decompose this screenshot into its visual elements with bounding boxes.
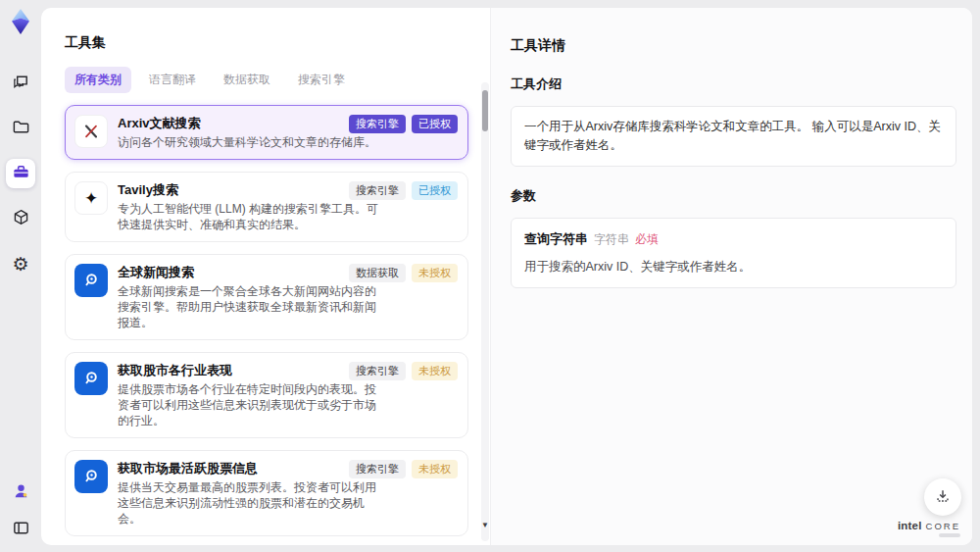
main-window: 工具集 所有类别语言翻译数据获取搜索引擎 Arxiv文献搜索 访问各个研究领域大… — [41, 8, 972, 545]
tool-description: 专为人工智能代理 (LLM) 构建的搜索引擎工具。可快速提供实时、准确和真实的结… — [118, 201, 382, 232]
tool-card-0[interactable]: Arxiv文献搜索 访问各个研究领域大量科学论文和文章的存储库。 搜索引擎已授权 — [65, 105, 468, 160]
tool-name: Tavily搜索 — [118, 181, 382, 198]
download-button[interactable] — [924, 478, 961, 516]
tool-card-4[interactable]: 获取市场最活跃股票信息 提供当天交易量最高的股票列表。投资者可以利用这些信息来识… — [65, 450, 468, 536]
list-scrollbar[interactable]: ▼ — [481, 82, 489, 541]
tool-card-1[interactable]: ✦ Tavily搜索 专为人工智能代理 (LLM) 构建的搜索引擎工具。可快速提… — [65, 172, 468, 242]
sidebar-item-settings[interactable]: ⚙ — [6, 249, 35, 278]
tool-badge: 未授权 — [412, 460, 458, 478]
tool-description: 提供股票市场各个行业在特定时间段内的表现。投资者可以利用这些信息来识别表现优于或… — [118, 381, 382, 428]
scrollbar-down-arrow[interactable]: ▼ — [481, 522, 489, 529]
tab-0[interactable]: 所有类别 — [65, 67, 131, 93]
folder-icon — [12, 118, 30, 139]
tool-badges: 搜索引擎未授权 — [349, 460, 458, 478]
sidebar: ⚙ — [0, 0, 41, 552]
tool-card-2[interactable]: 全球新闻搜索 全球新闻搜索是一个聚合全球各大新闻网站内容的搜索引擎。帮助用户快速… — [65, 254, 468, 340]
param-required-badge: 必填 — [635, 230, 659, 249]
category-tabs: 所有类别语言翻译数据获取搜索引擎 — [65, 67, 468, 93]
panel-toggle-button[interactable] — [6, 515, 35, 544]
app-logo-icon — [8, 8, 33, 35]
tool-description: 全球新闻搜索是一个聚合全球各大新闻网站内容的搜索引擎。帮助用户快速获取全球最新资… — [118, 283, 382, 330]
news-icon — [74, 264, 108, 297]
tool-body: 获取市场最活跃股票信息 提供当天交易量最高的股票列表。投资者可以利用这些信息来识… — [118, 460, 382, 527]
tavily-icon: ✦ — [74, 181, 108, 215]
tab-2[interactable]: 数据获取 — [214, 67, 280, 93]
tool-badge: 搜索引擎 — [349, 181, 406, 200]
tool-badge: 已授权 — [412, 181, 458, 200]
tool-badge: 未授权 — [412, 362, 458, 380]
tool-name: 获取市场最活跃股票信息 — [118, 460, 382, 477]
intro-box: 一个用于从Arxiv存储库搜索科学论文和文章的工具。 输入可以是Arxiv ID… — [511, 106, 956, 168]
tool-body: Tavily搜索 专为人工智能代理 (LLM) 构建的搜索引擎工具。可快速提供实… — [118, 181, 382, 232]
tool-badge: 搜索引擎 — [349, 460, 406, 478]
tool-badge: 已授权 — [412, 115, 458, 133]
tool-badge: 未授权 — [412, 264, 458, 282]
brand-intel-text: intel — [898, 520, 922, 531]
sidebar-item-package[interactable] — [6, 204, 35, 233]
sidebar-item-chat[interactable] — [6, 69, 35, 98]
tool-badges: 搜索引擎已授权 — [349, 181, 458, 200]
param-type: 字符串 — [594, 230, 629, 249]
tool-body: 获取股市各行业表现 提供股票市场各个行业在特定时间段内的表现。投资者可以利用这些… — [118, 362, 382, 428]
tool-name: 获取股市各行业表现 — [118, 362, 382, 378]
tool-detail-panel: 工具详情 工具介绍 一个用于从Arxiv存储库搜索科学论文和文章的工具。 输入可… — [490, 8, 972, 545]
sidebar-item-folder[interactable] — [6, 114, 35, 143]
tab-1[interactable]: 语言翻译 — [139, 67, 206, 93]
scrollbar-thumb[interactable] — [482, 90, 488, 131]
param-description: 用于搜索的Arxiv ID、关键字或作者姓名。 — [524, 258, 943, 276]
brand-core-text: CORE — [926, 521, 960, 531]
tool-list-panel: 工具集 所有类别语言翻译数据获取搜索引擎 Arxiv文献搜索 访问各个研究领域大… — [41, 8, 490, 545]
tool-description: 提供当天交易量最高的股票列表。投资者可以利用这些信息来识别流动性强的股票和潜在的… — [118, 479, 382, 527]
gear-icon: ⚙ — [12, 255, 28, 274]
sidebar-bottom — [6, 477, 35, 544]
brand-underline — [939, 533, 960, 537]
tool-name: Arxiv文献搜索 — [118, 115, 376, 131]
params-heading: 参数 — [511, 187, 956, 205]
tool-body: 全球新闻搜索 全球新闻搜索是一个聚合全球各大新闻网站内容的搜索引擎。帮助用户快速… — [118, 264, 382, 330]
page-title: 工具集 — [65, 34, 468, 52]
tool-list: Arxiv文献搜索 访问各个研究领域大量科学论文和文章的存储库。 搜索引擎已授权… — [65, 105, 468, 545]
detail-title: 工具详情 — [511, 37, 956, 55]
tool-name: 全球新闻搜索 — [118, 264, 382, 280]
tool-badges: 搜索引擎未授权 — [349, 362, 458, 380]
cube-icon — [12, 208, 30, 229]
tab-3[interactable]: 搜索引擎 — [288, 67, 355, 93]
tool-badge: 搜索引擎 — [349, 362, 406, 380]
param-head: 查询字符串 字符串 必填 — [524, 229, 943, 249]
download-icon — [934, 487, 952, 508]
sidebar-item-toolbox[interactable] — [6, 159, 35, 188]
tool-badge: 搜索引擎 — [349, 115, 406, 133]
tool-badge: 数据获取 — [349, 264, 406, 282]
news-icon — [74, 460, 108, 493]
tool-body: Arxiv文献搜索 访问各个研究领域大量科学论文和文章的存储库。 — [118, 115, 376, 150]
arxiv-icon — [74, 115, 108, 148]
tool-badges: 搜索引擎已授权 — [349, 115, 458, 133]
tool-badges: 数据获取未授权 — [349, 264, 458, 282]
tool-card-3[interactable]: 获取股市各行业表现 提供股票市场各个行业在特定时间段内的表现。投资者可以利用这些… — [65, 352, 468, 438]
tool-description: 访问各个研究领域大量科学论文和文章的存储库。 — [118, 134, 376, 150]
user-avatar-button[interactable] — [6, 477, 35, 507]
toolbox-icon — [12, 163, 30, 184]
app-window: ⚙ — [0, 0, 980, 552]
param-box: 查询字符串 字符串 必填 用于搜索的Arxiv ID、关键字或作者姓名。 — [511, 218, 956, 288]
intel-core-logo: intel CORE — [898, 520, 960, 537]
panel-toggle-icon — [12, 519, 30, 540]
chat-icon — [12, 73, 30, 94]
param-name: 查询字符串 — [524, 229, 588, 249]
sidebar-nav: ⚙ — [6, 69, 35, 278]
user-icon — [12, 481, 30, 503]
news-icon — [74, 362, 108, 395]
intro-heading: 工具介绍 — [511, 75, 956, 93]
